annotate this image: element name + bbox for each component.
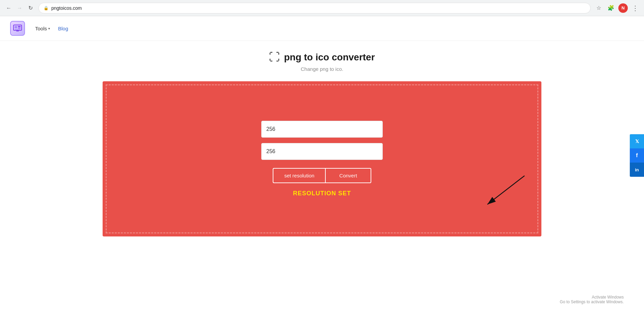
tools-label: Tools — [35, 26, 47, 31]
svg-rect-2 — [18, 26, 21, 27]
browser-chrome: ← → ↻ 🔒 pngtoicos.com ☆ 🧩 N ⋮ — [0, 0, 644, 16]
windows-watermark: Activate Windows Go to Settings to activ… — [560, 295, 624, 304]
blog-link[interactable]: Blog — [58, 26, 68, 31]
back-button[interactable]: ← — [4, 3, 14, 13]
site-logo[interactable] — [10, 21, 25, 36]
facebook-button[interactable]: f — [630, 148, 644, 163]
page-heading: ⛶ png to ico converter — [269, 51, 375, 63]
forward-button[interactable]: → — [15, 3, 24, 13]
page-subtitle: Change png to ico. — [301, 66, 343, 72]
browser-nav-buttons: ← → ↻ — [4, 3, 35, 13]
page-icon: ⛶ — [269, 51, 280, 63]
linkedin-button[interactable]: in — [630, 163, 644, 177]
resolution-set-text: RESOLUTION SET — [293, 190, 351, 197]
lock-icon: 🔒 — [44, 6, 49, 10]
page-title: png to ico converter — [284, 52, 375, 63]
height-input[interactable] — [261, 143, 383, 160]
linkedin-icon: in — [635, 167, 639, 172]
convert-button[interactable]: Convert — [325, 168, 371, 183]
browser-toolbar-right: ☆ 🧩 N ⋮ — [594, 3, 640, 13]
windows-activate-line2: Go to Settings to activate Windows. — [560, 300, 624, 304]
windows-activate-line1: Activate Windows — [560, 295, 624, 300]
svg-rect-3 — [18, 28, 21, 28]
navbar: Tools ▾ Blog — [0, 16, 644, 41]
nav-menu: Tools ▾ Blog — [35, 26, 68, 31]
user-avatar[interactable]: N — [618, 3, 628, 13]
tools-menu[interactable]: Tools ▾ — [35, 26, 50, 31]
set-resolution-button[interactable]: set resolution — [273, 168, 325, 183]
tools-dropdown-arrow: ▾ — [48, 27, 50, 30]
svg-rect-4 — [15, 29, 21, 30]
arrow-annotation — [457, 172, 531, 216]
twitter-icon: 𝕏 — [635, 139, 639, 144]
website: Tools ▾ Blog ⛶ png to ico converter Chan… — [0, 16, 644, 311]
social-sidebar: 𝕏 f in — [629, 134, 644, 177]
svg-line-7 — [487, 176, 525, 204]
twitter-button[interactable]: 𝕏 — [630, 134, 644, 148]
address-bar[interactable]: 🔒 pngtoicos.com — [38, 3, 591, 13]
main-content: ⛶ png to ico converter Change png to ico… — [0, 41, 644, 236]
buttons-row: set resolution Convert — [273, 168, 371, 183]
extensions-icon[interactable]: 🧩 — [606, 3, 616, 13]
facebook-icon: f — [636, 152, 638, 159]
width-input[interactable] — [261, 121, 383, 138]
url-text: pngtoicos.com — [51, 5, 82, 11]
menu-dots[interactable]: ⋮ — [630, 4, 640, 12]
svg-rect-1 — [15, 26, 17, 28]
star-icon[interactable]: ☆ — [594, 3, 603, 13]
converter-area: set resolution Convert RESOLUTION SET — [103, 81, 541, 236]
svg-rect-5 — [16, 31, 19, 31]
reload-button[interactable]: ↻ — [26, 3, 35, 13]
